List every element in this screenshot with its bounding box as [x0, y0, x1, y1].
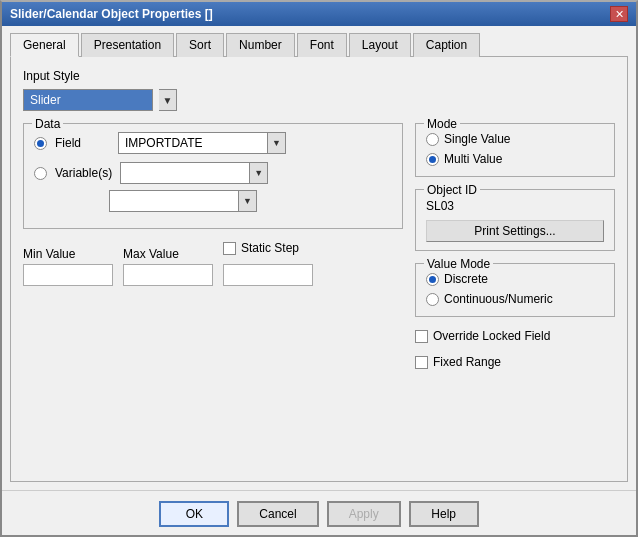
apply-button[interactable]: Apply: [327, 501, 401, 527]
static-step-label: Static Step: [241, 241, 299, 255]
input-style-select[interactable]: Slider: [23, 89, 153, 111]
continuous-label: Continuous/Numeric: [444, 292, 553, 306]
tab-font[interactable]: Font: [297, 33, 347, 57]
bottom-row: Min Value Max Value Static Step: [23, 241, 403, 286]
print-settings-button[interactable]: Print Settings...: [426, 220, 604, 242]
variable-radio[interactable]: [34, 167, 47, 180]
single-value-row: Single Value: [426, 132, 604, 146]
tab-layout[interactable]: Layout: [349, 33, 411, 57]
static-step-input[interactable]: [223, 264, 313, 286]
override-locked-checkbox[interactable]: [415, 330, 428, 343]
static-step-group: Static Step: [223, 241, 313, 286]
tab-sort[interactable]: Sort: [176, 33, 224, 57]
field-select-arrow[interactable]: ▼: [268, 132, 286, 154]
cancel-button[interactable]: Cancel: [237, 501, 318, 527]
main-body: Data Field IMPORTDATE ▼: [23, 123, 615, 375]
data-group-title: Data: [32, 117, 63, 131]
input-style-label: Input Style: [23, 69, 615, 83]
variable-row-1: Variable(s) ▼: [34, 162, 392, 184]
content-area: General Presentation Sort Number Font La…: [2, 26, 636, 490]
variable-label: Variable(s): [55, 166, 112, 180]
main-window: Slider/Calendar Object Properties [] ✕ G…: [0, 0, 638, 537]
variable-select-1[interactable]: [120, 162, 250, 184]
static-step-checkbox-row: Static Step: [223, 241, 313, 255]
ok-button[interactable]: OK: [159, 501, 229, 527]
tab-bar: General Presentation Sort Number Font La…: [10, 32, 628, 57]
min-value-input[interactable]: [23, 264, 113, 286]
data-group: Data Field IMPORTDATE ▼: [23, 123, 403, 229]
multi-value-radio[interactable]: [426, 153, 439, 166]
left-panel: Data Field IMPORTDATE ▼: [23, 123, 403, 375]
field-dropdown: IMPORTDATE ▼: [118, 132, 286, 154]
multi-value-row: Multi Value: [426, 152, 604, 166]
value-mode-group: Value Mode Discrete Continuous/Numeric: [415, 263, 615, 317]
tab-content-general: Input Style Slider ▼ Data Field: [10, 57, 628, 482]
max-value-group: Max Value: [123, 247, 213, 286]
discrete-row: Discrete: [426, 272, 604, 286]
close-button[interactable]: ✕: [610, 6, 628, 22]
override-locked-label: Override Locked Field: [433, 329, 550, 343]
value-mode-title: Value Mode: [424, 257, 493, 271]
tab-general[interactable]: General: [10, 33, 79, 57]
object-id-title: Object ID: [424, 183, 480, 197]
override-locked-row: Override Locked Field: [415, 329, 615, 343]
discrete-label: Discrete: [444, 272, 488, 286]
fixed-range-label: Fixed Range: [433, 355, 501, 369]
tab-presentation[interactable]: Presentation: [81, 33, 174, 57]
object-id-panel: Object ID SL03 Print Settings...: [415, 189, 615, 251]
fixed-range-checkbox[interactable]: [415, 356, 428, 369]
footer: OK Cancel Apply Help: [2, 490, 636, 535]
override-section: Override Locked Field Fixed Range: [415, 329, 615, 375]
variable-dropdown-1: ▼: [120, 162, 268, 184]
mode-group: Mode Single Value Multi Value: [415, 123, 615, 177]
field-radio[interactable]: [34, 137, 47, 150]
variable-select-1-arrow[interactable]: ▼: [250, 162, 268, 184]
field-select[interactable]: IMPORTDATE: [118, 132, 268, 154]
tab-number[interactable]: Number: [226, 33, 295, 57]
multi-value-label: Multi Value: [444, 152, 502, 166]
variable-select-2[interactable]: [109, 190, 239, 212]
title-bar: Slider/Calendar Object Properties [] ✕: [2, 2, 636, 26]
field-label: Field: [55, 136, 110, 150]
window-title: Slider/Calendar Object Properties []: [10, 7, 213, 21]
mode-title: Mode: [424, 117, 460, 131]
min-value-group: Min Value: [23, 247, 113, 286]
min-value-label: Min Value: [23, 247, 113, 261]
discrete-radio[interactable]: [426, 273, 439, 286]
continuous-row: Continuous/Numeric: [426, 292, 604, 306]
input-style-row: Slider ▼: [23, 89, 615, 111]
fixed-range-row: Fixed Range: [415, 355, 615, 369]
field-row: Field IMPORTDATE ▼: [34, 132, 392, 154]
variable-row-2: ▼: [109, 190, 392, 212]
variable-select-2-arrow[interactable]: ▼: [239, 190, 257, 212]
continuous-radio[interactable]: [426, 293, 439, 306]
single-value-radio[interactable]: [426, 133, 439, 146]
tab-caption[interactable]: Caption: [413, 33, 480, 57]
single-value-label: Single Value: [444, 132, 511, 146]
right-panel: Mode Single Value Multi Value Object ID: [415, 123, 615, 375]
max-value-input[interactable]: [123, 264, 213, 286]
variable-dropdown-2: ▼: [109, 190, 257, 212]
help-button[interactable]: Help: [409, 501, 479, 527]
input-style-arrow[interactable]: ▼: [159, 89, 177, 111]
object-id-value: SL03: [426, 198, 604, 214]
static-step-checkbox[interactable]: [223, 242, 236, 255]
max-value-label: Max Value: [123, 247, 213, 261]
